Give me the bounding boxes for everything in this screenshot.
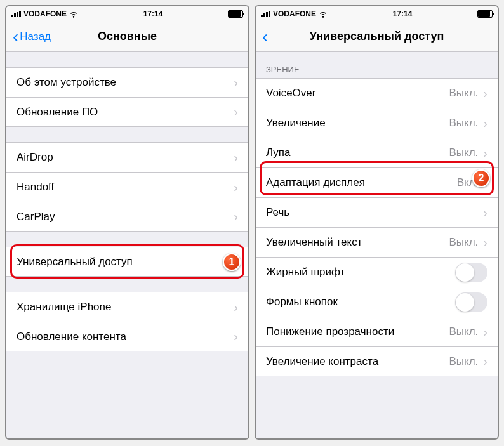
back-button[interactable]: ‹ Назад <box>9 28 51 46</box>
row-bold-text[interactable]: Жирный шрифт <box>256 257 498 287</box>
back-button[interactable]: ‹ <box>258 28 268 46</box>
chevron-right-icon: › <box>234 209 238 224</box>
chevron-right-icon: › <box>483 235 487 250</box>
row-zoom[interactable]: Увеличение Выкл. › <box>256 108 498 138</box>
signal-icon <box>261 11 270 17</box>
chevron-left-icon: ‹ <box>262 28 268 46</box>
statusbar: VODAFONE 17:14 <box>256 6 498 22</box>
wifi-icon <box>319 10 328 18</box>
signal-icon <box>11 11 21 17</box>
content: Зрение VoiceOver Выкл. › Увеличение Выкл… <box>256 52 498 438</box>
content: Об этом устройстве › Обновление ПО › Air… <box>6 52 248 438</box>
statusbar: VODAFONE 17:14 <box>6 6 248 22</box>
group-storage: Хранилище iPhone › Обновление контента › <box>6 292 248 351</box>
clock: 17:14 <box>78 10 228 18</box>
chevron-right-icon: › <box>234 329 238 344</box>
row-accessibility[interactable]: Универсальный доступ › <box>6 247 248 277</box>
row-speech[interactable]: Речь › <box>256 197 498 227</box>
row-magnifier[interactable]: Лупа Выкл. › <box>256 138 498 167</box>
row-voiceover[interactable]: VoiceOver Выкл. › <box>256 78 498 108</box>
carrier-label: VODAFONE <box>23 10 67 18</box>
badge-2: 2 <box>472 169 490 187</box>
chevron-right-icon: › <box>234 150 238 165</box>
row-display-accommodations[interactable]: Адаптация дисплея Вкл. › <box>256 167 498 197</box>
row-software-update[interactable]: Обновление ПО › <box>6 97 248 127</box>
row-reduce-transparency[interactable]: Понижение прозрачности Выкл. › <box>256 317 498 346</box>
chevron-right-icon: › <box>483 86 487 101</box>
navbar: ‹ Универсальный доступ <box>256 22 498 52</box>
switch-button-shapes[interactable] <box>455 292 487 312</box>
chevron-right-icon: › <box>234 105 238 119</box>
chevron-right-icon: › <box>234 180 238 195</box>
carrier-label: VODAFONE <box>273 10 316 18</box>
chevron-right-icon: › <box>483 146 487 161</box>
group-accessibility: 1 Универсальный доступ › <box>6 247 248 277</box>
row-button-shapes[interactable]: Формы кнопок <box>256 287 498 317</box>
row-background-refresh[interactable]: Обновление контента › <box>6 322 248 351</box>
row-about-device[interactable]: Об этом устройстве › <box>6 67 248 97</box>
clock: 17:14 <box>328 10 477 18</box>
chevron-right-icon: › <box>483 325 487 339</box>
row-airdrop[interactable]: AirDrop › <box>6 142 248 172</box>
battery-icon <box>477 10 493 18</box>
navbar: ‹ Назад Основные <box>6 22 248 52</box>
chevron-right-icon: › <box>483 206 487 220</box>
phone-left: VODAFONE 17:14 ‹ Назад Основные Об этом … <box>5 5 249 440</box>
section-header-vision: Зрение <box>256 61 498 78</box>
row-handoff[interactable]: Handoff › <box>6 172 248 202</box>
group-vision: Зрение VoiceOver Выкл. › Увеличение Выкл… <box>256 61 498 376</box>
back-label: Назад <box>20 30 51 43</box>
group-about: Об этом устройстве › Обновление ПО › <box>6 67 248 127</box>
chevron-left-icon: ‹ <box>13 28 18 46</box>
group-connectivity: AirDrop › Handoff › CarPlay › <box>6 142 248 232</box>
row-larger-text[interactable]: Увеличенный текст Выкл. › <box>256 227 498 257</box>
switch-bold-text[interactable] <box>455 263 487 282</box>
chevron-right-icon: › <box>234 75 238 90</box>
battery-icon <box>228 10 243 18</box>
wifi-icon <box>69 10 78 18</box>
chevron-right-icon: › <box>483 116 487 131</box>
page-title: Универсальный доступ <box>256 30 498 43</box>
phone-right: VODAFONE 17:14 ‹ Универсальный доступ Зр… <box>255 5 499 440</box>
row-increase-contrast[interactable]: Увеличение контраста Выкл. › <box>256 346 498 376</box>
badge-1: 1 <box>223 253 241 271</box>
row-carplay[interactable]: CarPlay › <box>6 202 248 232</box>
chevron-right-icon: › <box>234 300 238 315</box>
chevron-right-icon: › <box>483 354 487 369</box>
row-iphone-storage[interactable]: Хранилище iPhone › <box>6 292 248 322</box>
